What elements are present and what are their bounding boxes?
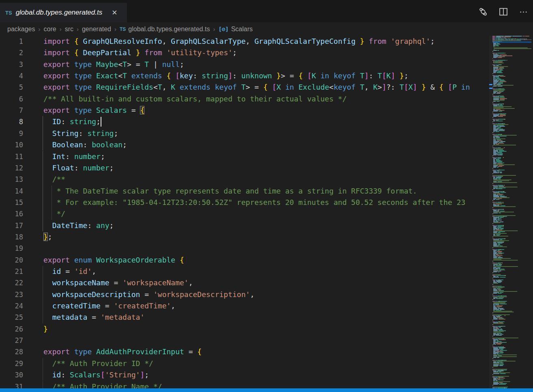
line-number[interactable]: 10 — [0, 139, 23, 151]
line-number[interactable]: 20 — [0, 254, 23, 266]
more-actions-icon[interactable]: ⋯ — [518, 6, 529, 17]
code-line[interactable]: 29 /** Auth Provider ID */ — [0, 358, 489, 369]
code-line[interactable]: 28export type AddAuthProviderInput = { — [0, 346, 489, 358]
line-number[interactable]: 1 — [0, 36, 23, 47]
line-number[interactable]: 7 — [0, 105, 23, 116]
code-line[interactable]: 20export enum WorkspaceOrderable { — [0, 254, 489, 266]
code-line[interactable]: 10 Boolean: boolean; — [0, 139, 489, 151]
line-number[interactable]: 30 — [0, 369, 23, 381]
code-line[interactable]: 31 /** Auth Provider Name */ — [0, 381, 489, 389]
code-line[interactable]: 15 * For example: "1985-04-12T23:20:50.5… — [0, 197, 489, 208]
line-number[interactable]: 31 — [0, 381, 23, 389]
code-text: * The DateTime scalar type represents da… — [43, 185, 417, 197]
overview-ruler[interactable] — [489, 36, 492, 388]
line-number[interactable]: 15 — [0, 197, 23, 208]
indent-guide — [43, 162, 43, 174]
line-number[interactable]: 29 — [0, 358, 23, 369]
code-line[interactable]: 8 ID: string; — [0, 116, 489, 127]
code-line[interactable]: 27 — [0, 335, 489, 346]
code-line[interactable]: 21 id = 'id', — [0, 266, 489, 277]
code-text: workspaceName = 'workspaceName', — [43, 277, 193, 289]
code-text: id = 'id', — [43, 266, 96, 277]
line-number[interactable]: 9 — [0, 128, 23, 139]
code-text: }; — [43, 231, 52, 243]
line-number[interactable]: 21 — [0, 266, 23, 277]
line-number[interactable]: 8 — [0, 116, 23, 127]
code-line[interactable]: 5export type RequireFields<T, K extends … — [0, 82, 489, 93]
code-line[interactable]: 22 workspaceName = 'workspaceName', — [0, 277, 489, 289]
breadcrumb-separator: › — [39, 26, 41, 32]
code-line[interactable]: 2import { DeepPartial } from 'utility-ty… — [0, 47, 489, 58]
line-number[interactable]: 23 — [0, 289, 23, 300]
code-line[interactable]: 4export type Exact<T extends { [key: str… — [0, 70, 489, 82]
code-text: /** — [43, 174, 65, 185]
code-line[interactable]: 30 id: Scalars['String']; — [0, 369, 489, 381]
code-text: createdTime = 'createdTime', — [43, 300, 175, 312]
indent-guide — [43, 266, 43, 277]
indent-guide — [43, 300, 43, 312]
minimap[interactable] — [492, 36, 531, 388]
code-text: id: Scalars['String']; — [43, 369, 149, 381]
breadcrumb-item-core[interactable]: core — [44, 26, 56, 33]
breadcrumb: packages›core›src›generated›TSglobal.db.… — [0, 22, 533, 36]
code-text: Float: number; — [43, 162, 114, 174]
line-number[interactable]: 16 — [0, 208, 23, 220]
code-line[interactable]: 3export type Maybe<T> = T | null; — [0, 59, 489, 70]
code-line[interactable]: 13 /** — [0, 174, 489, 185]
code-line[interactable]: 9 String: string; — [0, 128, 489, 139]
line-number[interactable]: 13 — [0, 174, 23, 185]
line-number[interactable]: 12 — [0, 162, 23, 174]
vscode-editor-window: TS global.db.types.generated.ts ✕ ⋯ pack… — [0, 0, 533, 392]
split-editor-icon[interactable] — [498, 6, 509, 17]
breadcrumb-separator: › — [77, 26, 79, 32]
open-changes-icon[interactable] — [478, 6, 488, 17]
code-line[interactable]: 14 * The DateTime scalar type represents… — [0, 185, 489, 197]
indent-guide — [43, 128, 43, 139]
line-number[interactable]: 14 — [0, 185, 23, 197]
code-line[interactable]: 24 createdTime = 'createdTime', — [0, 300, 489, 312]
line-number[interactable]: 22 — [0, 277, 23, 289]
code-line[interactable]: 16 */ — [0, 208, 489, 220]
line-number[interactable]: 4 — [0, 70, 23, 82]
code-line[interactable]: 11 Int: number; — [0, 151, 489, 162]
breadcrumb-item-packages[interactable]: packages — [7, 26, 35, 33]
tab-global-db-types[interactable]: TS global.db.types.generated.ts ✕ — [0, 3, 127, 22]
code-line[interactable]: 25 metadata = 'metadata' — [0, 312, 489, 323]
line-number[interactable]: 24 — [0, 300, 23, 312]
code-line[interactable]: 17 DateTime: any; — [0, 220, 489, 231]
indent-guide — [43, 197, 43, 208]
code-line[interactable]: 18}; — [0, 231, 489, 243]
code-line[interactable]: 12 Float: number; — [0, 162, 489, 174]
code-line[interactable]: 23 workspaceDescription = 'workspaceDesc… — [0, 289, 489, 300]
line-number[interactable]: 11 — [0, 151, 23, 162]
code-line[interactable]: 7export type Scalars = { — [0, 105, 489, 116]
line-number[interactable]: 26 — [0, 323, 23, 335]
line-number[interactable]: 18 — [0, 231, 23, 243]
line-number[interactable]: 5 — [0, 82, 23, 93]
breadcrumb-item-scalars[interactable]: [⊘]Scalars — [218, 26, 253, 33]
indent-guide — [43, 139, 43, 151]
close-tab-icon[interactable]: ✕ — [110, 8, 119, 18]
code-line[interactable]: 1import { GraphQLResolveInfo, GraphQLSca… — [0, 36, 489, 47]
code-text: ID: string; — [43, 116, 101, 127]
symbol-type-icon: [⊘] — [218, 26, 228, 32]
code-text: DateTime: any; — [43, 220, 114, 231]
line-number[interactable]: 19 — [0, 243, 23, 254]
code-line[interactable]: 19 — [0, 243, 489, 254]
line-number[interactable]: 25 — [0, 312, 23, 323]
line-number[interactable]: 27 — [0, 335, 23, 346]
code-text: export type Exact<T extends { [key: stri… — [43, 70, 408, 82]
breadcrumb-item-src[interactable]: src — [65, 26, 73, 33]
line-number[interactable]: 2 — [0, 47, 23, 58]
line-number[interactable]: 28 — [0, 346, 23, 358]
code-editor[interactable]: 1import { GraphQLResolveInfo, GraphQLSca… — [0, 36, 489, 389]
status-bar — [0, 388, 533, 392]
ruler-decoration — [489, 84, 492, 85]
code-line[interactable]: 26} — [0, 323, 489, 335]
breadcrumb-item-generated[interactable]: generated — [82, 26, 111, 33]
line-number[interactable]: 17 — [0, 220, 23, 231]
line-number[interactable]: 6 — [0, 93, 23, 105]
line-number[interactable]: 3 — [0, 59, 23, 70]
breadcrumb-item-global-db-types-generated-ts[interactable]: TSglobal.db.types.generated.ts — [120, 26, 210, 33]
code-line[interactable]: 6/** All built-in and custom scalars, ma… — [0, 93, 489, 105]
